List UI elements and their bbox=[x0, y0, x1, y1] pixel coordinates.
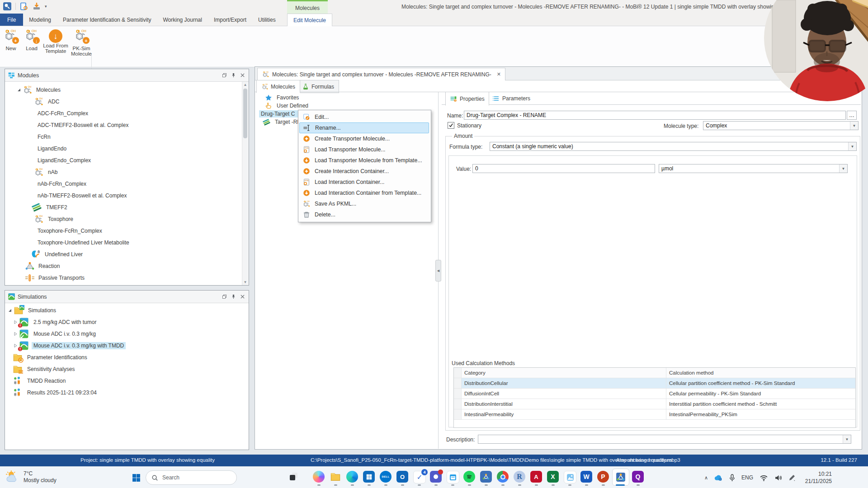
formula-type-dropdown[interactable]: Constant (a single numeric value)▼ bbox=[490, 142, 857, 151]
load-molecule-button[interactable]: ↓ Load bbox=[22, 28, 42, 63]
load-from-template-button[interactable]: ↓ Load From Template bbox=[42, 28, 69, 63]
menu-item-create-interaction[interactable]: Create Interaction Container... bbox=[299, 166, 429, 177]
pin-panel-button[interactable] bbox=[230, 293, 237, 300]
tree-item-simulation[interactable]: 2.5 mg/kg ADC with tumor bbox=[5, 316, 98, 328]
scroll-up-icon[interactable]: ▲ bbox=[242, 82, 248, 88]
tree-item-favorites[interactable]: Favorites bbox=[265, 94, 301, 102]
collapse-panel-button[interactable]: ◄ bbox=[435, 260, 441, 282]
tab-modeling[interactable]: Modeling bbox=[23, 14, 57, 26]
menu-item-edit[interactable]: Edit... bbox=[299, 112, 429, 122]
calendar-icon[interactable] bbox=[447, 471, 459, 483]
tree-item-molecules[interactable]: Molecules bbox=[5, 84, 62, 96]
photos-icon[interactable] bbox=[564, 471, 576, 483]
tree-item[interactable]: nAb bbox=[5, 166, 59, 178]
tree-item-passive-transports[interactable]: Passive Transports bbox=[5, 272, 86, 284]
subtab-molecules[interactable]: Molecules bbox=[256, 80, 300, 93]
column-category[interactable]: Category bbox=[462, 368, 666, 378]
expander-collapsed-icon[interactable] bbox=[13, 332, 18, 336]
tree-item-user-defined[interactable]: User Defined bbox=[265, 102, 310, 110]
name-ellipsis-button[interactable]: … bbox=[847, 111, 857, 120]
excel-icon[interactable]: X bbox=[547, 471, 559, 483]
volume-icon[interactable] bbox=[774, 474, 782, 481]
tree-item[interactable]: LigandEndo bbox=[5, 143, 68, 155]
tree-item-reaction[interactable]: Reaction bbox=[5, 260, 61, 272]
new-molecule-button[interactable]: + New bbox=[1, 28, 21, 63]
close-panel-button[interactable] bbox=[239, 293, 246, 300]
start-button[interactable] bbox=[132, 474, 141, 482]
chevron-down-icon[interactable]: ▼ bbox=[850, 122, 858, 130]
tree-item-simulation[interactable]: Mouse ADC i.v. 0.3 mg/kg bbox=[5, 328, 98, 340]
tree-item[interactable]: Undefined Liver bbox=[5, 249, 85, 260]
r-icon[interactable]: R bbox=[514, 471, 525, 483]
description-field[interactable]: ▼ bbox=[478, 435, 851, 444]
tab-utilities[interactable]: Utilities bbox=[252, 14, 282, 26]
menu-item-load-interaction-template[interactable]: Load Interaction Container from Template… bbox=[299, 188, 429, 198]
outlook-icon[interactable]: O bbox=[396, 471, 408, 483]
spotify-icon[interactable] bbox=[463, 471, 475, 483]
scroll-down-icon[interactable]: ▼ bbox=[242, 279, 248, 285]
powerpoint-icon[interactable]: P bbox=[597, 471, 609, 483]
chevron-down-icon[interactable]: ▼ bbox=[843, 435, 851, 443]
tree-item[interactable]: Toxophore bbox=[5, 213, 75, 225]
menu-item-load-interaction[interactable]: Load Interaction Container... bbox=[299, 177, 429, 188]
tray-expand-icon[interactable]: ∧ bbox=[704, 475, 708, 481]
tree-item[interactable]: ADC-TMEFF2-Boswell et al. Complex bbox=[5, 119, 130, 131]
wifi-icon[interactable] bbox=[760, 474, 768, 481]
float-panel-button[interactable] bbox=[221, 72, 228, 79]
menu-item-delete[interactable]: Delete... bbox=[299, 209, 429, 220]
microsoft-store-icon[interactable] bbox=[363, 471, 375, 483]
tree-item-parameter-identifications[interactable]: Parameter Identifications bbox=[5, 352, 89, 363]
chrome-icon[interactable] bbox=[497, 471, 509, 483]
document-tab[interactable]: Molecules: Single target and complex tur… bbox=[257, 68, 505, 80]
expander-collapsed-icon[interactable] bbox=[13, 343, 18, 348]
tree-item[interactable]: nAb-TMEFF2-Boswell et al. Complex bbox=[5, 190, 128, 202]
tree-item-target[interactable]: Target -RE bbox=[263, 118, 302, 126]
tree-item[interactable]: ADC-FcRn_Complex bbox=[5, 108, 90, 119]
tree-item[interactable]: Toxophore-FcRn_Complex bbox=[5, 225, 104, 237]
search-box[interactable]: Search bbox=[146, 470, 237, 485]
tree-item[interactable]: Toxophore-Undefined Liver Metabolite bbox=[5, 237, 131, 249]
clock[interactable]: 10:21 21/11/2025 bbox=[805, 470, 832, 485]
microphone-icon[interactable] bbox=[729, 474, 735, 482]
column-calculation-method[interactable]: Calculation method bbox=[666, 368, 855, 378]
molecule-type-dropdown[interactable]: Complex▼ bbox=[703, 121, 859, 130]
tree-item[interactable]: ADC bbox=[5, 96, 61, 108]
tree-item-tmdd-reaction[interactable]: TMDD Reaction bbox=[5, 375, 67, 387]
name-field[interactable]: Drug-Target Complex - RENAME bbox=[464, 111, 846, 120]
tab-properties[interactable]: Properties bbox=[445, 92, 489, 106]
subtab-formulas[interactable]: Formulas bbox=[297, 80, 339, 93]
tree-item[interactable]: nAb-FcRn_Complex bbox=[5, 178, 88, 190]
tab-parameter-identification[interactable]: Parameter Identification & Sensitivity bbox=[57, 14, 157, 26]
tree-item-simulation-selected[interactable]: Mouse ADC i.v. 0.3 mg/kg with TMDD bbox=[5, 340, 126, 352]
stationary-checkbox[interactable] bbox=[448, 122, 454, 129]
menu-item-load-transporter-template[interactable]: Load Transporter Molecule from Template.… bbox=[299, 155, 429, 166]
menu-item-save-as-pkml[interactable]: Save As PKML... bbox=[299, 198, 429, 209]
word-icon[interactable]: W bbox=[580, 471, 592, 483]
table-row[interactable]: IntestinalPermeability IntestinalPermeab… bbox=[454, 409, 855, 420]
task-view-icon[interactable] bbox=[288, 471, 300, 483]
qat-save-icon[interactable] bbox=[32, 2, 41, 11]
qat-new-icon[interactable] bbox=[19, 2, 28, 11]
menu-item-load-transporter[interactable]: Load Transporter Molecule... bbox=[299, 144, 429, 155]
tab-edit-molecule[interactable]: Edit Molecule bbox=[287, 14, 332, 26]
tab-working-journal[interactable]: Working Journal bbox=[157, 14, 208, 26]
tree-item-simulations-root[interactable]: Simulations bbox=[5, 305, 58, 316]
table-row[interactable]: DiffusionIntCell Cellular permeability -… bbox=[454, 389, 855, 399]
unit-dropdown[interactable]: µmol▼ bbox=[659, 164, 848, 173]
dell-icon[interactable]: DELL bbox=[380, 471, 392, 483]
table-row[interactable]: DistributionCellular Cellular partition … bbox=[454, 378, 855, 389]
modules-scrollbar[interactable]: ▲ ▼ bbox=[242, 82, 249, 285]
value-input[interactable]: 0 bbox=[472, 164, 655, 173]
close-tab-icon[interactable]: ✕ bbox=[497, 71, 501, 77]
tab-import-export[interactable]: Import/Export bbox=[208, 14, 252, 26]
tree-item[interactable]: TMEFF2 bbox=[5, 202, 69, 213]
pksim-molecule-button[interactable]: + PK-Sim Molecule bbox=[70, 28, 93, 63]
chevron-down-icon[interactable]: ▼ bbox=[848, 142, 856, 150]
tree-item[interactable]: LigandEndo_Complex bbox=[5, 155, 93, 166]
float-panel-button[interactable] bbox=[221, 293, 228, 300]
menu-item-create-transporter[interactable]: Create Transporter Molecule... bbox=[299, 133, 429, 144]
expander-expanded-icon[interactable] bbox=[8, 308, 12, 313]
copilot-icon[interactable] bbox=[313, 471, 325, 483]
teams-icon[interactable] bbox=[430, 471, 442, 483]
tree-item[interactable]: FcRn bbox=[5, 131, 52, 143]
